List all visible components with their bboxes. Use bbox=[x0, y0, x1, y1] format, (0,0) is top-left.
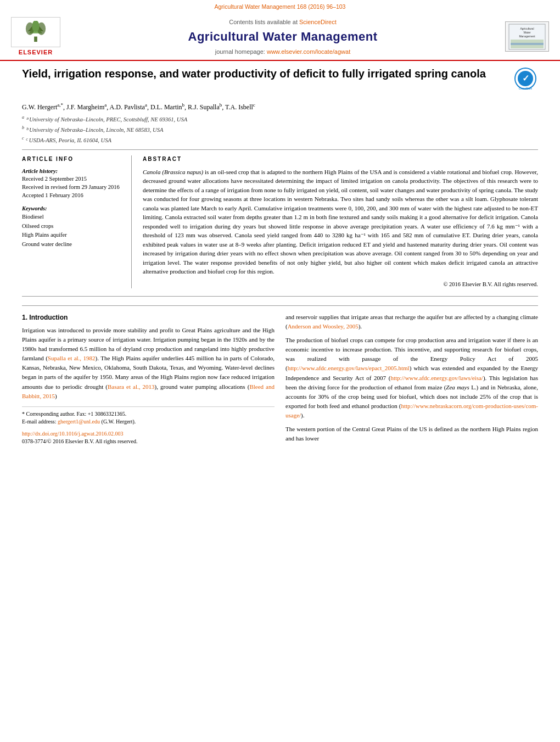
right-column: and reservoir supplies that irrigate are… bbox=[285, 313, 538, 448]
elsevier-brand: ELSEVIER bbox=[19, 48, 53, 57]
homepage-url[interactable]: www.elsevier.com/locate/agwat bbox=[267, 48, 350, 55]
footnote-doi: http://dx.doi.org/10.1016/j.agwat.2016.0… bbox=[22, 429, 275, 438]
journal-logo-icon: Agricultural Water Management bbox=[508, 23, 546, 51]
crossmark-icon: ✓ CrossMark bbox=[513, 66, 538, 91]
section-divider bbox=[22, 296, 538, 297]
abstract-text: Canola (Brassica napus) is an oil-seed c… bbox=[143, 168, 538, 276]
citation-nebraskacorn[interactable]: http://www.nebraskacorn.org/com-producti… bbox=[285, 403, 538, 419]
footnote-corresponding: * Corresponding author. Fax: +1 30863321… bbox=[22, 410, 275, 418]
contents-available: Contents lists available at ScienceDirec… bbox=[71, 18, 494, 27]
journal-reference-line: Agricultural Water Management 168 (2016)… bbox=[0, 0, 560, 13]
keywords-label: Keywords: bbox=[22, 205, 122, 213]
keywords-section: Keywords: Biodiesel Oilseed crops High P… bbox=[22, 205, 122, 248]
svg-text:Agricultural: Agricultural bbox=[520, 27, 534, 30]
elsevier-logo-box bbox=[11, 17, 60, 47]
article-info-column: ARTICLE INFO Article history: Received 2… bbox=[22, 155, 132, 289]
journal-logo-right: Agricultural Water Management bbox=[505, 21, 549, 52]
author-martin: D.L. Martinb bbox=[150, 103, 184, 111]
main-content: 1. Introduction Irrigation was introduce… bbox=[22, 305, 538, 448]
affiliations: a ᵃ University of Nebraska–Lincoln, PREC… bbox=[22, 114, 538, 145]
journal-homepage: journal homepage: www.elsevier.com/locat… bbox=[71, 48, 494, 56]
journal-header: ELSEVIER Contents lists available at Sci… bbox=[0, 13, 560, 61]
history-label: Article history: bbox=[22, 168, 122, 176]
sciencedirect-link[interactable]: ScienceDirect bbox=[299, 19, 337, 25]
copyright-notice: © 2016 Elsevier B.V. All rights reserved… bbox=[143, 281, 538, 289]
author-margheim: J.F. Margheima bbox=[66, 103, 107, 111]
received-date: Received 2 September 2015 bbox=[22, 175, 122, 183]
citation-eisa[interactable]: http://www.afdc.energy.gov/laws/eisa/ bbox=[390, 375, 483, 381]
right-paragraph-2: The production of biofuel crops can comp… bbox=[285, 336, 538, 420]
page: Agricultural Water Management 168 (2016)… bbox=[0, 0, 560, 742]
abstract-italic-start: Canola (Brassica napus) bbox=[143, 169, 203, 175]
author-pavlista: A.D. Pavlistaa bbox=[110, 103, 147, 111]
svg-rect-0 bbox=[34, 37, 37, 42]
keyword-oilseed: Oilseed crops bbox=[22, 222, 122, 231]
keyword-groundwater: Ground water decline bbox=[22, 241, 122, 249]
journal-ref: Agricultural Water Management 168 (2016)… bbox=[215, 3, 346, 10]
article-body: Yield, irrigation response, and water pr… bbox=[0, 61, 560, 459]
doi-link[interactable]: http://dx.doi.org/10.1016/j.agwat.2016.0… bbox=[22, 431, 124, 437]
abstract-title: ABSTRACT bbox=[143, 155, 538, 163]
citation-supalla[interactable]: Supalla et al., 1982 bbox=[48, 355, 96, 361]
svg-text:CrossMark: CrossMark bbox=[519, 87, 533, 90]
svg-text:Water: Water bbox=[523, 31, 530, 34]
right-paragraph-1: and reservoir supplies that irrigate are… bbox=[285, 313, 538, 331]
article-title-section: Yield, irrigation response, and water pr… bbox=[22, 66, 538, 97]
authors-line: G.W. Hergerta,*, J.F. Margheima, A.D. Pa… bbox=[22, 102, 538, 112]
author-hergert: G.W. Hergerta,* bbox=[22, 103, 63, 111]
svg-rect-12 bbox=[511, 43, 544, 45]
article-info-abstract: ARTICLE INFO Article history: Received 2… bbox=[22, 149, 538, 289]
author-isbell: T.A. Isbellc bbox=[225, 103, 255, 111]
footnote-section: * Corresponding author. Fax: +1 30863321… bbox=[22, 406, 275, 446]
left-column: 1. Introduction Irrigation was introduce… bbox=[22, 313, 275, 448]
svg-text:Management: Management bbox=[519, 35, 535, 38]
citation-epact[interactable]: http://www.afdc.energy.gov/laws/epact_20… bbox=[288, 365, 410, 371]
right-paragraph-3: The western portion of the Central Great… bbox=[285, 425, 538, 443]
article-history: Article history: Received 2 September 20… bbox=[22, 168, 122, 200]
footnote-email: E-mail address: ghergert1@unl.edu (G.W. … bbox=[22, 418, 275, 426]
maize-italic: Zea mays bbox=[446, 384, 469, 390]
journal-title: Agricultural Water Management bbox=[71, 29, 494, 46]
svg-point-5 bbox=[32, 21, 39, 32]
affiliation-b: b ᵇ University of Nebraska–Lincoln, Linc… bbox=[22, 125, 538, 134]
abstract-column: ABSTRACT Canola (Brassica napus) is an o… bbox=[143, 155, 538, 289]
abstract-body: is an oil-seed crop that is adapted to t… bbox=[143, 169, 538, 275]
email-link[interactable]: ghergert1@unl.edu bbox=[58, 419, 100, 425]
affiliation-a: a ᵃ University of Nebraska–Lincoln, PREC… bbox=[22, 114, 538, 124]
svg-text:✓: ✓ bbox=[522, 74, 529, 83]
article-title: Yield, irrigation response, and water pr… bbox=[22, 66, 513, 81]
intro-heading: 1. Introduction bbox=[22, 313, 275, 322]
crossmark: ✓ CrossMark bbox=[513, 66, 538, 94]
keyword-biodiesel: Biodiesel bbox=[22, 213, 122, 221]
footnote-issn: 0378-3774/© 2016 Elsevier B.V. All right… bbox=[22, 438, 275, 445]
citation-basara[interactable]: Basara et al., 2013 bbox=[108, 383, 155, 390]
keyword-highplains: High Plains aquifer bbox=[22, 231, 122, 239]
article-info-title: ARTICLE INFO bbox=[22, 155, 122, 163]
homepage-prefix: journal homepage: bbox=[215, 48, 265, 55]
elsevier-tree-icon bbox=[22, 21, 49, 43]
keywords-list: Biodiesel Oilseed crops High Plains aqui… bbox=[22, 213, 122, 249]
citation-anderson[interactable]: Anderson and Woosley, 2005 bbox=[288, 323, 359, 330]
header-center: Contents lists available at ScienceDirec… bbox=[60, 18, 505, 57]
author-supalla: R.J. Supallab bbox=[188, 103, 222, 111]
affiliation-c: c ᶜ USDA-ARS, Peoria, IL 61604, USA bbox=[22, 135, 538, 144]
received-revised-date: Received in revised form 29 January 2016 bbox=[22, 183, 122, 192]
accepted-date: Accepted 1 February 2016 bbox=[22, 192, 122, 200]
contents-text: Contents lists available at bbox=[229, 19, 298, 25]
elsevier-logo: ELSEVIER bbox=[11, 17, 60, 57]
intro-paragraph-1: Irrigation was introduced to provide mor… bbox=[22, 326, 275, 400]
